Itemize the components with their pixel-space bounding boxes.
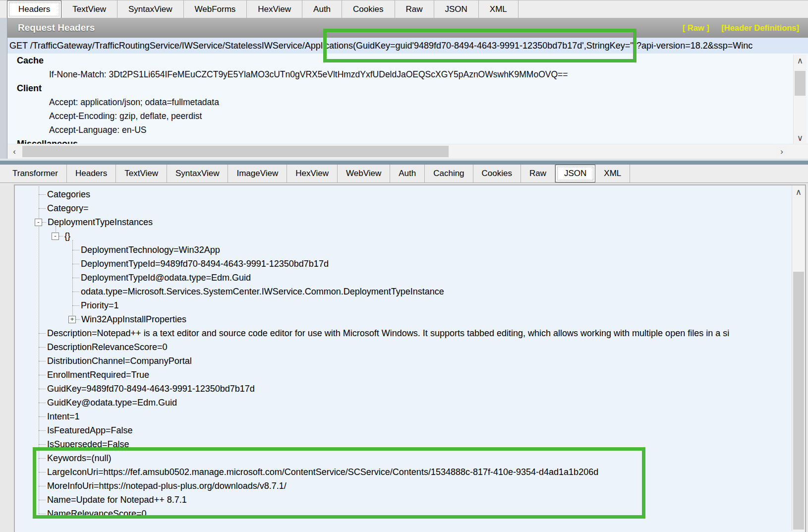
- tree-row-label: LargeIconUri=https://fef.amsub0502.manag…: [47, 467, 598, 477]
- tree-row[interactable]: Intent=1: [15, 410, 792, 423]
- response-tab-textview[interactable]: TextView: [116, 165, 167, 182]
- header-section-title[interactable]: Cache: [7, 54, 808, 67]
- headers-scrollbar[interactable]: ∧ ∨: [793, 55, 807, 144]
- request-headers-list: CacheIf-None-Match: 3Dt2PS1Li654IFeMEuCZ…: [7, 54, 808, 144]
- tree-row-label: DeploymentTechnology=Win32App: [81, 245, 220, 255]
- tree-row[interactable]: Description=Notepad++ is a text editor a…: [15, 326, 792, 340]
- tree-row-label: EnrollmentRequired=True: [47, 370, 149, 380]
- tree-row-label: Keywords=(null): [47, 453, 112, 464]
- response-tab-xml[interactable]: XML: [595, 165, 630, 182]
- headers-horizontal-scrollbar[interactable]: ‹ ›: [7, 144, 808, 159]
- tree-row[interactable]: DescriptionRelevanceScore=0: [15, 340, 792, 354]
- request-tab-auth[interactable]: Auth: [302, 0, 342, 18]
- response-tab-caching[interactable]: Caching: [425, 165, 473, 182]
- tree-connector: [72, 264, 79, 264]
- request-tab-cookies[interactable]: Cookies: [342, 0, 395, 18]
- raw-link[interactable]: [ Raw ]: [683, 23, 709, 32]
- header-section-title[interactable]: Miscellaneous: [7, 137, 808, 144]
- tree-row-label: DistributionChannel=CompanyPortal: [47, 356, 192, 366]
- request-tab-json[interactable]: JSON: [434, 0, 479, 18]
- scroll-up-icon[interactable]: ∧: [792, 185, 805, 198]
- json-tree-scrollbar-thumb[interactable]: [793, 272, 804, 530]
- tree-row[interactable]: MoreInfoUri=https://notepad-plus-plus.or…: [15, 479, 792, 493]
- json-tree-panel: CategoriesCategory=-DeploymentTypeInstan…: [14, 184, 806, 532]
- tree-row[interactable]: DeploymentTechnology=Win32App: [15, 243, 792, 257]
- response-tab-raw[interactable]: Raw: [521, 165, 555, 182]
- collapse-icon[interactable]: -: [52, 233, 59, 240]
- tree-row[interactable]: Priority=1: [15, 298, 792, 312]
- tree-row[interactable]: IsFeaturedApp=False: [15, 423, 792, 437]
- header-sections: CacheIf-None-Match: 3Dt2PS1Li654IFeMEuCZ…: [7, 54, 808, 144]
- tree-row-label: Win32AppInstallProperties: [81, 314, 186, 325]
- header-section-title[interactable]: Client: [7, 81, 808, 95]
- headers-scrollbar-thumb[interactable]: [795, 71, 806, 96]
- tree-row[interactable]: NameRelevanceScore=0: [15, 507, 792, 521]
- response-tab-headers[interactable]: Headers: [67, 165, 116, 182]
- tree-row-label: {}: [64, 231, 70, 241]
- scroll-left-icon[interactable]: ‹: [8, 145, 21, 158]
- tree-connector: [39, 444, 46, 445]
- tree-row[interactable]: Keywords=(null): [15, 451, 792, 465]
- header-item[interactable]: Accept-Language: en-US: [7, 123, 808, 137]
- tree-connector: [39, 361, 46, 361]
- request-tab-textview[interactable]: TextView: [61, 0, 117, 18]
- header-definitions-link[interactable]: [Header Definitions]: [721, 23, 799, 32]
- collapse-icon[interactable]: -: [35, 219, 42, 226]
- header-item[interactable]: Accept: application/json; odata=fullmeta…: [7, 95, 808, 109]
- tree-row[interactable]: -DeploymentTypeInstances: [15, 215, 792, 229]
- request-tab-hexview[interactable]: HexView: [247, 0, 302, 18]
- tree-row[interactable]: LargeIconUri=https://fef.amsub0502.manag…: [15, 465, 792, 479]
- tree-row-label: odata.type=Microsoft.Services.SystemCent…: [81, 287, 444, 297]
- tree-row-label: GuidKey@odata.type=Edm.Guid: [47, 398, 177, 408]
- expand-icon[interactable]: +: [68, 316, 76, 323]
- response-tab-json[interactable]: JSON: [555, 165, 595, 182]
- tree-row[interactable]: EnrollmentRequired=True: [15, 368, 792, 382]
- tree-connector: [72, 250, 79, 250]
- tree-row[interactable]: -{}: [15, 229, 792, 243]
- request-tab-syntaxview[interactable]: SyntaxView: [117, 0, 184, 18]
- json-tree-scrollbar[interactable]: ∧: [792, 185, 805, 531]
- fiddler-session-inspector: HeadersTextViewSyntaxViewWebFormsHexView…: [0, 0, 808, 532]
- horizontal-scrollbar-thumb[interactable]: [22, 146, 449, 157]
- scroll-up-icon[interactable]: ∧: [794, 55, 807, 66]
- response-tab-webview[interactable]: WebView: [338, 165, 390, 182]
- request-tab-webforms[interactable]: WebForms: [184, 0, 247, 18]
- titlebar-links: [ Raw ] [Header Definitions]: [673, 23, 808, 33]
- tree-connector: [72, 305, 79, 306]
- request-tab-xml[interactable]: XML: [479, 0, 519, 18]
- response-tab-syntaxview[interactable]: SyntaxView: [167, 165, 229, 182]
- request-tab-raw[interactable]: Raw: [395, 0, 434, 18]
- response-tab-hexview[interactable]: HexView: [287, 165, 338, 182]
- tree-row[interactable]: Name=Update for Notepad++ 8.7.1: [15, 493, 792, 507]
- panel-splitter[interactable]: [0, 159, 808, 165]
- response-tab-cookies[interactable]: Cookies: [473, 165, 521, 182]
- tree-row[interactable]: GuidKey@odata.type=Edm.Guid: [15, 396, 792, 410]
- tree-row-label: Name=Update for Notepad++ 8.7.1: [47, 495, 187, 505]
- tree-connector: [39, 500, 46, 500]
- tree-row[interactable]: GuidKey=9489fd70-8494-4643-9991-12350bd7…: [15, 382, 792, 396]
- response-tab-transformer[interactable]: Transformer: [4, 165, 67, 182]
- tree-row[interactable]: DeploymentTypeId=9489fd70-8494-4643-9991…: [15, 257, 792, 271]
- tree-connector: [39, 333, 46, 334]
- header-item[interactable]: Accept-Encoding: gzip, deflate, peerdist: [7, 109, 808, 123]
- tree-row-label: IsFeaturedApp=False: [47, 425, 133, 436]
- json-tree: CategoriesCategory=-DeploymentTypeInstan…: [15, 185, 792, 532]
- tree-row[interactable]: DistributionChannel=CompanyPortal: [15, 354, 792, 368]
- scroll-right-icon[interactable]: ›: [775, 145, 788, 158]
- request-line-row[interactable]: GET /TrafficGateway/TrafficRoutingServic…: [7, 38, 808, 54]
- tree-row[interactable]: DeploymentTypeId@odata.type=Edm.Guid: [15, 271, 792, 285]
- tree-connector: [39, 375, 46, 375]
- tree-row[interactable]: odata.type=Microsoft.Services.SystemCent…: [15, 285, 792, 298]
- header-item[interactable]: If-None-Match: 3Dt2PS1Li654IFeMEuCZCT9yE…: [7, 67, 808, 81]
- tree-row-label: IsSuperseded=False: [47, 439, 129, 450]
- response-tab-imageview[interactable]: ImageView: [228, 165, 287, 182]
- request-tab-headers[interactable]: Headers: [7, 0, 61, 18]
- tree-row[interactable]: Categories: [15, 187, 792, 201]
- tree-row-label: GuidKey=9489fd70-8494-4643-9991-12350bd7…: [47, 384, 255, 394]
- tree-row[interactable]: Category=: [15, 201, 792, 215]
- tree-connector: [39, 472, 46, 473]
- tree-row[interactable]: IsSuperseded=False: [15, 437, 792, 451]
- tree-row[interactable]: +Win32AppInstallProperties: [15, 312, 792, 326]
- response-tab-auth[interactable]: Auth: [390, 165, 425, 182]
- scroll-down-icon[interactable]: ∨: [794, 132, 807, 144]
